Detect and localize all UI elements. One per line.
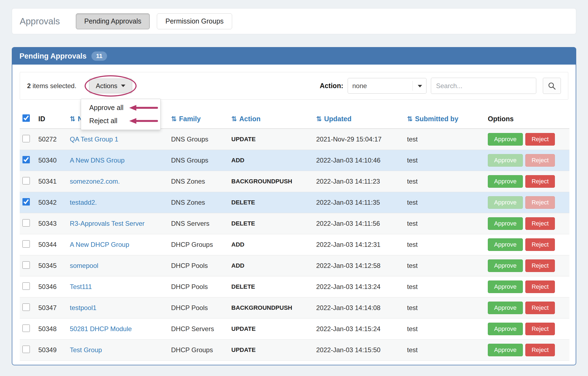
- table-row: 50341somezone2.com.DNS ZonesBACKGROUNDPU…: [20, 171, 569, 192]
- row-name-link[interactable]: 50281 DHCP Module: [70, 325, 132, 332]
- row-checkbox[interactable]: [22, 177, 30, 184]
- sort-icon: ⇅: [407, 115, 413, 123]
- actions-menu: Approve all Reject all: [81, 99, 161, 130]
- row-checkbox[interactable]: [22, 219, 30, 227]
- table-row: 50342testadd2.DNS ZonesDELETE2022-Jan-03…: [20, 192, 569, 213]
- search-input[interactable]: [431, 78, 536, 94]
- approve-button[interactable]: Approve: [488, 175, 523, 188]
- col-header-updated[interactable]: ⇅Updated: [313, 109, 404, 129]
- table-row: 50272QA Test Group 1DNS GroupsUPDATE2021…: [20, 129, 569, 150]
- menu-item-approve-all[interactable]: Approve all: [81, 101, 160, 114]
- caret-down-icon: [418, 85, 422, 87]
- reject-button[interactable]: Reject: [525, 196, 555, 209]
- row-submitted-by: test: [404, 192, 485, 213]
- row-action: DELETE: [229, 192, 313, 213]
- row-updated: 2022-Jan-03 14:15:50: [313, 340, 404, 361]
- tab-pending-approvals[interactable]: Pending Approvals: [76, 13, 150, 29]
- row-id: 50344: [36, 234, 67, 255]
- row-name-link[interactable]: A New DNS Group: [70, 157, 125, 164]
- row-family: DHCP Groups: [168, 234, 229, 255]
- row-action: UPDATE: [229, 340, 313, 361]
- reject-button[interactable]: Reject: [525, 302, 555, 314]
- approve-button[interactable]: Approve: [488, 154, 523, 167]
- row-id: 50272: [36, 129, 67, 150]
- menu-item-reject-all[interactable]: Reject all: [81, 114, 160, 128]
- table-row: 50349Test GroupDHCP GroupsUPDATE2022-Jan…: [20, 340, 569, 361]
- menu-item-label: Reject all: [89, 117, 117, 125]
- row-updated: 2022-Jan-03 14:15:24: [313, 319, 404, 340]
- reject-button[interactable]: Reject: [525, 238, 555, 251]
- row-action: DELETE: [229, 213, 313, 234]
- page: Approvals Pending Approvals Permission G…: [0, 0, 588, 376]
- reject-button[interactable]: Reject: [525, 280, 555, 293]
- row-submitted-by: test: [404, 129, 485, 150]
- col-header-family[interactable]: ⇅Family: [168, 109, 229, 129]
- reject-button[interactable]: Reject: [525, 133, 555, 146]
- row-action: ADD: [229, 255, 313, 276]
- reject-button[interactable]: Reject: [525, 175, 555, 188]
- approve-button[interactable]: Approve: [488, 302, 523, 314]
- row-name-link[interactable]: Test Group: [70, 346, 102, 354]
- approve-button[interactable]: Approve: [488, 323, 523, 335]
- actions-button[interactable]: Actions: [89, 79, 132, 93]
- col-header-submitted-by[interactable]: ⇅Submitted by: [404, 109, 485, 129]
- row-checkbox[interactable]: [22, 135, 30, 142]
- sort-icon: ⇅: [70, 115, 76, 123]
- select-all-checkbox[interactable]: [22, 114, 30, 122]
- row-checkbox[interactable]: [22, 303, 30, 311]
- row-checkbox[interactable]: [22, 156, 30, 163]
- row-submitted-by: test: [404, 255, 485, 276]
- row-name-link[interactable]: somezone2.com.: [70, 178, 120, 185]
- approve-button[interactable]: Approve: [488, 196, 523, 209]
- row-name-link[interactable]: A New DHCP Group: [70, 241, 129, 248]
- search-icon: [548, 82, 556, 90]
- row-submitted-by: test: [404, 213, 485, 234]
- row-name-link[interactable]: testadd2.: [70, 199, 97, 206]
- row-checkbox[interactable]: [22, 240, 30, 248]
- search-group: [431, 78, 536, 94]
- row-checkbox[interactable]: [22, 346, 30, 353]
- row-updated: 2022-Jan-03 14:14:08: [313, 297, 404, 319]
- approve-button[interactable]: Approve: [488, 344, 523, 356]
- row-action: BACKGROUNDPUSH: [229, 297, 313, 319]
- row-name-link[interactable]: R3-Approvals Test Server: [70, 220, 145, 227]
- row-checkbox[interactable]: [22, 198, 30, 206]
- row-id: 50347: [36, 297, 67, 319]
- row-id: 50345: [36, 255, 67, 276]
- row-name-link[interactable]: testpool1: [70, 304, 96, 311]
- row-family: DHCP Pools: [168, 255, 229, 276]
- row-name-link[interactable]: QA Test Group 1: [70, 135, 118, 143]
- pending-approvals-panel: Pending Approvals 11 2 items selected. A…: [12, 47, 576, 365]
- row-checkbox[interactable]: [22, 325, 30, 332]
- table-row: 5034850281 DHCP ModuleDHCP ServersUPDATE…: [20, 319, 569, 340]
- row-action: UPDATE: [229, 129, 313, 150]
- search-button[interactable]: [543, 78, 561, 94]
- tab-permission-groups[interactable]: Permission Groups: [157, 13, 232, 29]
- approve-button[interactable]: Approve: [488, 280, 523, 293]
- approve-button[interactable]: Approve: [488, 217, 523, 230]
- approve-button[interactable]: Approve: [488, 259, 523, 272]
- reject-button[interactable]: Reject: [525, 344, 555, 356]
- row-id: 50340: [36, 150, 67, 171]
- row-checkbox[interactable]: [22, 282, 30, 290]
- approve-button[interactable]: Approve: [488, 238, 523, 251]
- reject-button[interactable]: Reject: [525, 154, 555, 167]
- row-family: DNS Servers: [168, 213, 229, 234]
- row-id: 50342: [36, 192, 67, 213]
- approvals-table-body: 50272QA Test Group 1DNS GroupsUPDATE2021…: [20, 129, 569, 361]
- table-row: 50346Test111DHCP PoolsDELETE2022-Jan-03 …: [20, 276, 569, 297]
- sort-icon: ⇅: [231, 115, 237, 123]
- reject-button[interactable]: Reject: [525, 323, 555, 335]
- approve-button[interactable]: Approve: [488, 133, 523, 146]
- action-select[interactable]: none: [348, 78, 426, 94]
- reject-button[interactable]: Reject: [525, 217, 555, 230]
- col-header-action[interactable]: ⇅Action: [229, 109, 313, 129]
- row-name-link[interactable]: somepool: [70, 262, 98, 269]
- row-family: DHCP Pools: [168, 297, 229, 319]
- reject-button[interactable]: Reject: [525, 259, 555, 272]
- row-updated: 2022-Jan-03 14:11:56: [313, 213, 404, 234]
- selected-items-text: 2 items selected.: [27, 82, 76, 90]
- col-header-label: Submitted by: [415, 115, 458, 123]
- row-checkbox[interactable]: [22, 261, 30, 269]
- row-name-link[interactable]: Test111: [70, 283, 92, 290]
